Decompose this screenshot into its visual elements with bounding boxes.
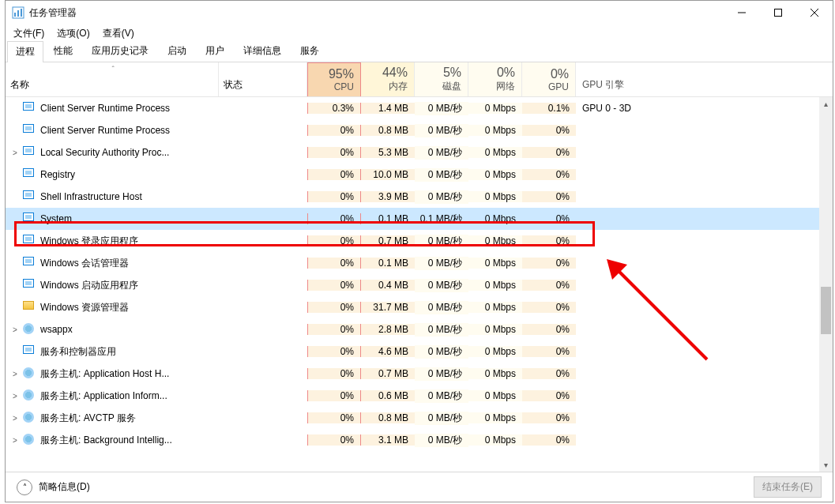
process-row[interactable]: >服务主机: Background Intellig...0%3.1 MB0 M… [6,429,833,451]
task-manager-window: 任务管理器 文件(F) 选项(O) 查看(V) 进程性能应用历史记录启动用户详细… [5,0,833,502]
cpu-cell: 0% [307,147,361,158]
tab-0[interactable]: 进程 [7,41,43,62]
gpu-cell: 0% [522,169,576,180]
footer: ˄ 简略信息(D) 结束任务(E) [6,472,833,502]
disk-cell: 0 MB/秒 [415,146,468,160]
process-name-cell: >wsappx [6,323,219,336]
process-row[interactable]: >服务主机: Application Host H...0%0.7 MB0 MB… [6,363,833,385]
gpu-cell: 0% [522,280,576,291]
col-gpu-engine[interactable]: GPU 引擎 [576,62,833,96]
menu-view[interactable]: 查看(V) [100,25,137,42]
svg-rect-1 [14,13,16,17]
cpu-cell: 0% [307,280,361,291]
scroll-up-icon[interactable]: ▴ [819,97,833,111]
cpu-cell: 0% [307,258,361,269]
maximize-button[interactable] [760,1,796,24]
col-memory[interactable]: 44% 内存 [361,62,415,96]
col-status[interactable]: 状态 [219,62,307,96]
col-name[interactable]: ˆ 名称 [6,62,219,96]
minimize-button[interactable] [724,1,760,24]
process-name-cell: Registry [6,168,219,181]
gpu-cell: 0% [522,390,576,401]
process-name: 服务主机: AVCTP 服务 [40,412,136,425]
gpuengine-cell: GPU 0 - 3D [576,103,833,114]
col-disk[interactable]: 5% 磁盘 [415,62,468,96]
expand-icon[interactable]: > [7,392,23,401]
gpu-cell: 0% [522,235,576,246]
process-name: 服务主机: Application Host H... [40,367,169,381]
expand-icon[interactable]: > [7,436,23,445]
process-row[interactable]: Registry0%10.0 MB0 MB/秒0 Mbps0% [6,164,833,186]
disk-cell: 0 MB/秒 [415,124,468,137]
cpu-cell: 0% [307,368,361,379]
process-row[interactable]: Windows 会话管理器0%0.1 MB0 MB/秒0 Mbps0% [6,252,833,274]
process-row[interactable]: System0%0.1 MB0.1 MB/秒0 Mbps0% [6,208,833,230]
expand-icon[interactable]: > [7,370,23,378]
process-row[interactable]: Windows 登录应用程序0%0.7 MB0 MB/秒0 Mbps0% [6,230,833,252]
process-row[interactable]: Shell Infrastructure Host0%3.9 MB0 MB/秒0… [6,186,833,208]
mem-cell: 3.9 MB [361,191,415,202]
process-row[interactable]: >wsappx0%2.8 MB0 MB/秒0 Mbps0% [6,318,833,340]
process-name-cell: System [6,213,219,225]
process-row[interactable]: Client Server Runtime Process0%0.8 MB0 M… [6,119,833,141]
scroll-down-icon[interactable]: ▾ [819,458,833,472]
menu-file[interactable]: 文件(F) [10,25,47,42]
disk-cell: 0 MB/秒 [415,235,468,248]
process-icon [23,102,36,115]
disk-cell: 0 MB/秒 [415,367,468,381]
scrollbar[interactable]: ▴ ▾ [819,97,833,472]
process-row[interactable]: Windows 启动应用程序0%0.4 MB0 MB/秒0 Mbps0% [6,274,833,296]
process-row[interactable]: >服务主机: AVCTP 服务0%0.8 MB0 MB/秒0 Mbps0% [6,407,833,429]
expand-icon[interactable]: > [7,325,23,334]
scroll-thumb[interactable] [821,287,831,334]
cpu-cell: 0% [307,302,361,313]
app-icon [12,6,24,19]
cpu-cell: 0% [307,169,361,180]
tab-5[interactable]: 详细信息 [235,40,290,62]
net-cell: 0 Mbps [468,346,522,357]
process-icon [23,412,36,424]
net-cell: 0 Mbps [468,258,522,269]
gpu-cell: 0% [522,434,576,446]
end-task-button[interactable]: 结束任务(E) [754,476,822,498]
disk-cell: 0 MB/秒 [415,323,468,337]
cpu-cell: 0% [307,412,361,423]
tab-4[interactable]: 用户 [197,40,233,62]
process-row[interactable]: Client Server Runtime Process0.3%1.4 MB0… [6,97,833,119]
expand-icon[interactable]: > [7,414,23,423]
tab-6[interactable]: 服务 [291,40,328,62]
col-cpu[interactable]: 95% CPU [307,62,361,96]
expand-icon[interactable]: > [7,149,23,157]
process-row[interactable]: 服务和控制器应用0%4.6 MB0 MB/秒0 Mbps0% [6,340,833,363]
process-name-cell: >服务主机: Application Inform... [6,389,219,403]
process-list[interactable]: Client Server Runtime Process0.3%1.4 MB0… [6,97,833,472]
process-name-cell: 服务和控制器应用 [6,345,219,359]
mem-cell: 0.8 MB [361,125,415,136]
menubar: 文件(F) 选项(O) 查看(V) [6,24,833,42]
process-row[interactable]: >Local Security Authority Proc...0%5.3 M… [6,141,833,164]
disk-cell: 0 MB/秒 [415,257,468,270]
tab-1[interactable]: 性能 [45,40,81,62]
cpu-cell: 0% [307,346,361,357]
fewer-details-label[interactable]: 简略信息(D) [39,480,90,494]
process-name: Windows 登录应用程序 [40,235,138,248]
col-network[interactable]: 0% 网络 [468,62,522,96]
gpu-cell: 0% [522,368,576,379]
fewer-details-icon[interactable]: ˄ [17,480,32,495]
close-button[interactable] [796,1,833,24]
process-name: Local Security Authority Proc... [40,147,169,158]
mem-cell: 5.3 MB [361,147,415,158]
menu-options[interactable]: 选项(O) [54,25,92,42]
process-name-cell: Client Server Runtime Process [6,102,219,115]
net-cell: 0 Mbps [468,213,522,224]
net-cell: 0 Mbps [468,191,522,202]
col-gpu[interactable]: 0% GPU [522,62,576,96]
process-row[interactable]: Windows 资源管理器0%31.7 MB0 MB/秒0 Mbps0% [6,296,833,318]
process-row[interactable]: >服务主机: Application Inform...0%0.6 MB0 MB… [6,385,833,407]
process-icon [23,389,36,402]
tab-3[interactable]: 启动 [159,40,195,62]
gpu-cell: 0% [522,324,576,335]
tab-2[interactable]: 应用历史记录 [83,40,157,62]
process-name: Client Server Runtime Process [40,103,170,114]
process-name-cell: Client Server Runtime Process [6,124,219,137]
